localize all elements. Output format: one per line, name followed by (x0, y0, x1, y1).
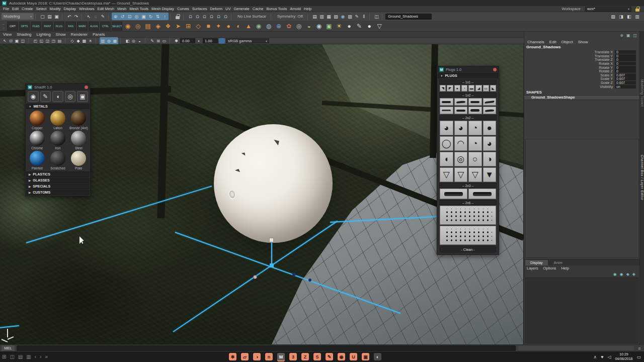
shelf-cone-icon[interactable]: ▲ (244, 22, 253, 31)
lasso-tool-icon[interactable]: ◌ (93, 13, 99, 20)
rotate-view-icon[interactable]: ↻ (147, 13, 154, 20)
shelf-move-icon[interactable]: ⊕ (274, 22, 283, 31)
menu-help[interactable]: Help (302, 7, 313, 11)
exposure-value[interactable]: 0.00 (180, 38, 195, 43)
xray-icon[interactable]: ◧ (125, 38, 130, 44)
shelf-outline-diamond-icon[interactable]: ◇ (194, 22, 203, 31)
shelf-half-icon[interactable]: ◒ (304, 22, 313, 31)
menu-arnold[interactable]: Arnold (288, 7, 302, 11)
layer-menu-help[interactable]: Help (561, 266, 569, 270)
manipulator-dot[interactable] (292, 273, 296, 276)
menu-file[interactable]: File (2, 7, 11, 11)
paint-select-tool-icon[interactable]: ✎ (100, 13, 106, 20)
channel-value[interactable]: 0.607 (615, 73, 636, 77)
select-tool-icon[interactable]: ↖ (86, 13, 92, 20)
channel-value[interactable]: 0.607 (615, 81, 636, 84)
material-swatch-plate[interactable]: Plate (68, 151, 89, 170)
mel-input[interactable] (17, 345, 516, 351)
explorer-icon[interactable]: ▤ (18, 354, 23, 359)
shelf-face-icon[interactable]: ◉ (254, 22, 263, 31)
plug-button[interactable] (440, 226, 496, 245)
selection-name-field[interactable]: Ground_Shadows (385, 14, 432, 20)
pinned-app-icon[interactable]: ▥ (26, 354, 31, 359)
taskbar-app-3[interactable]: 3 (289, 353, 297, 360)
manipulator-handle[interactable] (269, 238, 274, 242)
menu-uv[interactable]: UV (224, 7, 232, 11)
layout-toggle-icon[interactable]: ◫ (633, 33, 637, 38)
viewport-menu-renderer[interactable]: Renderer (71, 32, 88, 37)
taskbar-clock[interactable]: 10:2904/06/2018 (615, 352, 632, 361)
plug-button[interactable]: ● (454, 85, 460, 92)
material-swatch-laiton[interactable]: Laiton (47, 111, 68, 130)
layer-menu-layers[interactable]: Layers (527, 266, 538, 270)
camera-bookmark-icon[interactable]: ▣ (14, 38, 20, 44)
menu-edit-mesh[interactable]: Edit Mesh (96, 7, 116, 11)
gamma-value[interactable]: 1.00 (203, 38, 218, 43)
gamma-icon[interactable]: ◐ (196, 38, 202, 44)
plug-button[interactable]: ◖ (440, 152, 453, 166)
shelf-gray-sphere-icon[interactable]: ● (345, 22, 354, 31)
snap-grid-icon[interactable]: Ω (187, 13, 194, 20)
taskbar-app-s[interactable]: S (313, 353, 321, 360)
menu-bonus-tools[interactable]: Bonus Tools (265, 7, 288, 11)
lock-icon[interactable] (176, 16, 180, 19)
colorspace-dropdown[interactable]: sRGB gamma▾ (226, 38, 269, 43)
channel-value[interactable]: on (615, 85, 636, 88)
shelf-grid-window-icon[interactable]: ⊞ (184, 22, 193, 31)
material-swatch-iron[interactable]: Iron (47, 131, 68, 150)
plug-button[interactable]: ◔ (468, 136, 482, 151)
channel-value[interactable]: 0.607 (615, 77, 636, 80)
outliner-pane-icon[interactable]: ▤ (57, 38, 62, 44)
plug-button[interactable]: ▽ (468, 167, 482, 182)
mode-selector-dropdown[interactable]: Modeling▾ (2, 13, 34, 20)
shelf-button-ran[interactable]: RAN (65, 22, 76, 31)
section-header-customs[interactable]: ▶CUSTOMS (26, 190, 90, 195)
menu-curves[interactable]: Curves (176, 7, 191, 11)
image-plane-icon[interactable]: ◫ (20, 38, 26, 44)
spray-tool-icon[interactable]: ✎ (40, 91, 51, 102)
shelf-arrow-icon[interactable]: ➤ (174, 22, 183, 31)
channel-value[interactable]: 0 (615, 69, 636, 73)
plug-button[interactable] (454, 107, 468, 114)
material-swatch-copper[interactable]: Copper (27, 111, 47, 130)
plug-button[interactable]: ◯ (440, 136, 453, 151)
film-gate-icon[interactable]: ▭ (162, 38, 167, 44)
camera-attributes-icon[interactable]: ⊞ (155, 38, 161, 44)
material-swatch-chrome[interactable]: Chrome (27, 131, 47, 150)
menu-mesh-tools[interactable]: Mesh Tools (128, 7, 150, 11)
render-view-icon[interactable]: ▤ (311, 13, 318, 20)
shelf-button-opts[interactable]: OPTS (19, 22, 30, 31)
start-button-icon[interactable]: ⊞ (2, 354, 6, 359)
mel-toggle-button[interactable]: MEL (2, 345, 15, 351)
notification-center-icon[interactable]: ▭ (636, 354, 641, 359)
manipulator-dot[interactable] (253, 275, 257, 279)
viewport-menu-view[interactable]: View (3, 32, 12, 37)
up-axis-icon[interactable]: ↑ (162, 13, 168, 20)
taskbar-app-half[interactable]: ◐ (374, 353, 381, 360)
taskbar-app-swirl[interactable]: ◉ (338, 353, 345, 360)
shelf-flower-icon[interactable]: ✿ (284, 22, 293, 31)
sidebar-channel-box-icon[interactable]: ▥ (634, 13, 640, 20)
plug-button[interactable] (440, 206, 496, 225)
shelf-brush-icon[interactable]: ✎ (355, 22, 364, 31)
viewport-menu-panels[interactable]: Panels (93, 32, 105, 37)
shelf-button-mark[interactable]: MARK (77, 22, 88, 31)
shelf-button-paint[interactable]: PAINT (42, 22, 53, 31)
scale-tool-icon[interactable]: ⊡ (126, 13, 133, 20)
render-settings-icon[interactable]: ▨ (347, 13, 353, 20)
material-swatch-painted[interactable]: Painted (27, 151, 47, 170)
sidebar-tab-modeling-toolkit[interactable]: Modeling Toolkit (640, 79, 644, 107)
two-pane-icon[interactable]: ◱ (39, 38, 44, 44)
plug-button[interactable] (468, 189, 496, 199)
plug-button[interactable]: ◕ (454, 121, 468, 135)
plug-button[interactable] (440, 98, 453, 106)
section-header-plugs[interactable]: ▼PLUGS (438, 73, 498, 78)
multisample-icon[interactable]: ▦ (112, 38, 118, 44)
shelf-button-align[interactable]: ALIGN (89, 22, 99, 31)
task-view-icon[interactable]: ◫ (10, 354, 14, 359)
shelf-ball-icon[interactable]: ● (224, 22, 233, 31)
sidebar-modeling-toolkit-icon[interactable]: ▨ (610, 13, 616, 20)
menu-generate[interactable]: Generate (232, 7, 251, 11)
sidebar-tool-settings-icon[interactable]: ◧ (626, 13, 632, 20)
close-icon[interactable] (493, 68, 497, 71)
